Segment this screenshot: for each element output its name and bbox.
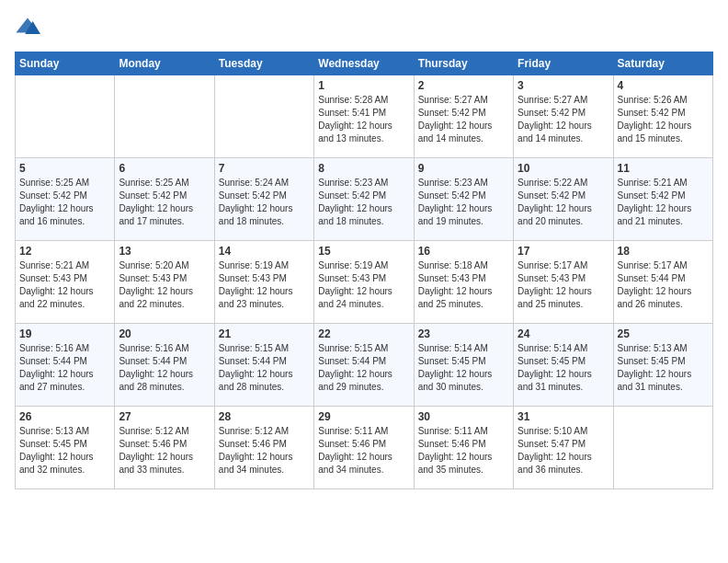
day-info: Sunrise: 5:25 AM Sunset: 5:42 PM Dayligh… (119, 177, 210, 228)
calendar-cell: 23Sunrise: 5:14 AM Sunset: 5:45 PM Dayli… (414, 324, 513, 407)
calendar-cell: 5Sunrise: 5:25 AM Sunset: 5:42 PM Daylig… (16, 158, 115, 241)
day-info: Sunrise: 5:20 AM Sunset: 5:43 PM Dayligh… (119, 259, 210, 311)
calendar-cell: 27Sunrise: 5:12 AM Sunset: 5:46 PM Dayli… (115, 407, 214, 489)
day-number: 21 (219, 327, 310, 340)
weekday-header-monday: Monday (115, 52, 214, 75)
day-info: Sunrise: 5:17 AM Sunset: 5:44 PM Dayligh… (618, 259, 709, 311)
calendar-cell (115, 75, 214, 158)
calendar-cell: 29Sunrise: 5:11 AM Sunset: 5:46 PM Dayli… (314, 407, 414, 489)
calendar-cell: 6Sunrise: 5:25 AM Sunset: 5:42 PM Daylig… (115, 158, 214, 241)
weekday-header-sunday: Sunday (16, 52, 115, 75)
day-info: Sunrise: 5:10 AM Sunset: 5:47 PM Dayligh… (518, 425, 609, 477)
day-number: 27 (119, 410, 210, 423)
calendar-cell: 3Sunrise: 5:27 AM Sunset: 5:42 PM Daylig… (514, 75, 613, 158)
day-info: Sunrise: 5:15 AM Sunset: 5:44 PM Dayligh… (318, 342, 409, 394)
calendar-cell: 9Sunrise: 5:23 AM Sunset: 5:42 PM Daylig… (414, 158, 513, 241)
day-number: 13 (119, 245, 210, 258)
calendar-cell: 20Sunrise: 5:16 AM Sunset: 5:44 PM Dayli… (115, 324, 214, 407)
day-number: 9 (418, 162, 509, 175)
calendar-cell: 30Sunrise: 5:11 AM Sunset: 5:46 PM Dayli… (414, 407, 513, 489)
day-number: 22 (318, 327, 409, 340)
calendar-cell: 18Sunrise: 5:17 AM Sunset: 5:44 PM Dayli… (613, 241, 712, 324)
day-number: 3 (518, 79, 609, 92)
day-number: 5 (19, 162, 110, 175)
day-info: Sunrise: 5:21 AM Sunset: 5:42 PM Dayligh… (618, 177, 709, 228)
day-info: Sunrise: 5:19 AM Sunset: 5:43 PM Dayligh… (318, 259, 409, 311)
day-number: 7 (219, 162, 310, 175)
day-info: Sunrise: 5:26 AM Sunset: 5:42 PM Dayligh… (618, 94, 709, 145)
day-number: 29 (318, 410, 409, 423)
calendar-cell: 31Sunrise: 5:10 AM Sunset: 5:47 PM Dayli… (514, 407, 613, 489)
day-info: Sunrise: 5:11 AM Sunset: 5:46 PM Dayligh… (318, 425, 409, 477)
calendar-cell: 7Sunrise: 5:24 AM Sunset: 5:42 PM Daylig… (214, 158, 313, 241)
weekday-header-friday: Friday (514, 52, 613, 75)
calendar-cell: 17Sunrise: 5:17 AM Sunset: 5:43 PM Dayli… (514, 241, 613, 324)
weekday-header-thursday: Thursday (414, 52, 513, 75)
day-info: Sunrise: 5:25 AM Sunset: 5:42 PM Dayligh… (19, 177, 110, 228)
day-number: 25 (618, 327, 709, 340)
day-info: Sunrise: 5:28 AM Sunset: 5:41 PM Dayligh… (318, 94, 409, 145)
day-info: Sunrise: 5:23 AM Sunset: 5:42 PM Dayligh… (418, 177, 509, 228)
day-info: Sunrise: 5:17 AM Sunset: 5:43 PM Dayligh… (518, 259, 609, 311)
day-number: 14 (219, 245, 310, 258)
day-number: 1 (318, 79, 409, 92)
calendar-cell: 12Sunrise: 5:21 AM Sunset: 5:43 PM Dayli… (16, 241, 115, 324)
day-info: Sunrise: 5:24 AM Sunset: 5:42 PM Dayligh… (219, 177, 310, 228)
calendar-cell: 16Sunrise: 5:18 AM Sunset: 5:43 PM Dayli… (414, 241, 513, 324)
day-number: 11 (618, 162, 709, 175)
calendar-cell (16, 75, 115, 158)
logo (15, 15, 44, 40)
day-info: Sunrise: 5:14 AM Sunset: 5:45 PM Dayligh… (518, 342, 609, 394)
calendar-cell: 10Sunrise: 5:22 AM Sunset: 5:42 PM Dayli… (514, 158, 613, 241)
logo-icon (15, 15, 40, 40)
calendar-cell: 15Sunrise: 5:19 AM Sunset: 5:43 PM Dayli… (314, 241, 414, 324)
calendar-table: SundayMondayTuesdayWednesdayThursdayFrid… (15, 52, 713, 489)
day-info: Sunrise: 5:16 AM Sunset: 5:44 PM Dayligh… (119, 342, 210, 394)
calendar-cell: 14Sunrise: 5:19 AM Sunset: 5:43 PM Dayli… (214, 241, 313, 324)
calendar-cell: 22Sunrise: 5:15 AM Sunset: 5:44 PM Dayli… (314, 324, 414, 407)
day-number: 15 (318, 245, 409, 258)
day-info: Sunrise: 5:21 AM Sunset: 5:43 PM Dayligh… (19, 259, 110, 311)
day-number: 28 (219, 410, 310, 423)
day-number: 20 (119, 327, 210, 340)
day-number: 31 (518, 410, 609, 423)
day-info: Sunrise: 5:27 AM Sunset: 5:42 PM Dayligh… (418, 94, 509, 145)
day-info: Sunrise: 5:13 AM Sunset: 5:45 PM Dayligh… (618, 342, 709, 394)
calendar-cell: 24Sunrise: 5:14 AM Sunset: 5:45 PM Dayli… (514, 324, 613, 407)
day-info: Sunrise: 5:23 AM Sunset: 5:42 PM Dayligh… (318, 177, 409, 228)
day-info: Sunrise: 5:19 AM Sunset: 5:43 PM Dayligh… (219, 259, 310, 311)
day-info: Sunrise: 5:12 AM Sunset: 5:46 PM Dayligh… (119, 425, 210, 477)
calendar-cell: 13Sunrise: 5:20 AM Sunset: 5:43 PM Dayli… (115, 241, 214, 324)
day-number: 23 (418, 327, 509, 340)
day-number: 19 (19, 327, 110, 340)
weekday-header-wednesday: Wednesday (314, 52, 414, 75)
calendar-cell: 4Sunrise: 5:26 AM Sunset: 5:42 PM Daylig… (613, 75, 712, 158)
calendar-cell: 21Sunrise: 5:15 AM Sunset: 5:44 PM Dayli… (214, 324, 313, 407)
day-number: 17 (518, 245, 609, 258)
day-info: Sunrise: 5:11 AM Sunset: 5:46 PM Dayligh… (418, 425, 509, 477)
page-header (15, 15, 713, 40)
calendar-cell (613, 407, 712, 489)
day-info: Sunrise: 5:27 AM Sunset: 5:42 PM Dayligh… (518, 94, 609, 145)
day-number: 10 (518, 162, 609, 175)
calendar-cell: 26Sunrise: 5:13 AM Sunset: 5:45 PM Dayli… (16, 407, 115, 489)
day-number: 24 (518, 327, 609, 340)
calendar-cell: 19Sunrise: 5:16 AM Sunset: 5:44 PM Dayli… (16, 324, 115, 407)
calendar-cell: 28Sunrise: 5:12 AM Sunset: 5:46 PM Dayli… (214, 407, 313, 489)
calendar-cell: 1Sunrise: 5:28 AM Sunset: 5:41 PM Daylig… (314, 75, 414, 158)
weekday-header-tuesday: Tuesday (214, 52, 313, 75)
day-number: 12 (19, 245, 110, 258)
weekday-header-saturday: Saturday (613, 52, 712, 75)
calendar-cell (214, 75, 313, 158)
calendar-cell: 8Sunrise: 5:23 AM Sunset: 5:42 PM Daylig… (314, 158, 414, 241)
day-number: 18 (618, 245, 709, 258)
calendar-cell: 2Sunrise: 5:27 AM Sunset: 5:42 PM Daylig… (414, 75, 513, 158)
day-number: 16 (418, 245, 509, 258)
calendar-cell: 11Sunrise: 5:21 AM Sunset: 5:42 PM Dayli… (613, 158, 712, 241)
calendar-cell: 25Sunrise: 5:13 AM Sunset: 5:45 PM Dayli… (613, 324, 712, 407)
day-info: Sunrise: 5:14 AM Sunset: 5:45 PM Dayligh… (418, 342, 509, 394)
day-info: Sunrise: 5:18 AM Sunset: 5:43 PM Dayligh… (418, 259, 509, 311)
day-number: 26 (19, 410, 110, 423)
day-info: Sunrise: 5:13 AM Sunset: 5:45 PM Dayligh… (19, 425, 110, 477)
day-info: Sunrise: 5:22 AM Sunset: 5:42 PM Dayligh… (518, 177, 609, 228)
